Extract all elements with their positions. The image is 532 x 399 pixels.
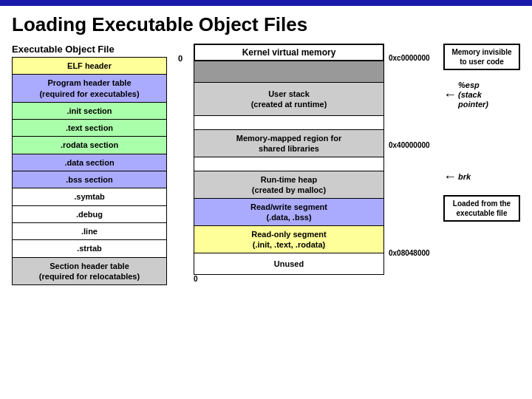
eof-row: Program header table (required for execu… bbox=[12, 74, 167, 103]
eof-row: Section header table (required for reloc… bbox=[12, 257, 167, 286]
eof-row: .text section bbox=[12, 119, 167, 137]
invis-box: Memory invisible to user code bbox=[443, 44, 520, 70]
mem-row bbox=[194, 157, 384, 171]
eof-row: .strtab bbox=[12, 239, 167, 257]
mem-rows: User stack (created at runtime)Memory-ma… bbox=[194, 61, 384, 274]
diagram-outer: Executable Object File ELF headerProgram… bbox=[12, 44, 520, 339]
zero-label: 0 bbox=[178, 54, 183, 63]
eof-row: .data section bbox=[12, 154, 167, 171]
mem-row: Unused bbox=[194, 253, 384, 275]
brk-label: brk bbox=[458, 172, 471, 181]
right-labels-col: Memory invisible to user code ← %esp (st… bbox=[440, 44, 520, 222]
loaded-label: Loaded from the executable file bbox=[453, 200, 511, 217]
addr-bottom: 0 bbox=[194, 275, 384, 283]
mem-row: User stack (created at runtime) bbox=[194, 82, 384, 116]
eof-title: Executable Object File bbox=[12, 44, 167, 55]
eof-section: Executable Object File ELF headerProgram… bbox=[12, 44, 167, 284]
esp-row: ← %esp (stack pointer) bbox=[443, 81, 520, 110]
spacer3 bbox=[443, 185, 520, 195]
left-arrow-icon: ← bbox=[443, 87, 457, 103]
eof-row: ELF header bbox=[12, 57, 167, 75]
brk-row: ← brk bbox=[443, 169, 520, 185]
addr-label: 0x40000000 bbox=[389, 141, 430, 149]
spacer2 bbox=[443, 110, 520, 169]
eof-row: .line bbox=[12, 222, 167, 240]
spacer1 bbox=[443, 73, 520, 81]
main-content: Loading Executable Object Files Executab… bbox=[0, 6, 532, 345]
addr-col: 0xc00000000x400000000x08048000 bbox=[384, 44, 440, 339]
zero-col: 0 bbox=[167, 44, 194, 63]
mem-row: Read/write segment (.data, .bss) bbox=[194, 198, 384, 226]
eof-row: .symtab bbox=[12, 188, 167, 205]
mem-row: Run-time heap (created by malloc) bbox=[194, 171, 384, 199]
page-title: Loading Executable Object Files bbox=[12, 13, 520, 36]
invis-label: Memory invisible to user code bbox=[451, 48, 511, 66]
mem-row bbox=[194, 61, 384, 83]
loaded-box: Loaded from the executable file bbox=[443, 195, 520, 222]
brk-arrow-icon: ← bbox=[443, 169, 457, 185]
addr-label: 0x08048000 bbox=[389, 249, 430, 257]
eof-row: .bss section bbox=[12, 171, 167, 188]
mem-row: Memory-mapped region for shared librarie… bbox=[194, 129, 384, 157]
center-section: 0 Kernel virtual memory User stack (crea… bbox=[167, 44, 440, 339]
esp-label: %esp (stack pointer) bbox=[458, 81, 488, 110]
addr-label: 0xc0000000 bbox=[389, 54, 430, 62]
mem-row bbox=[194, 115, 384, 130]
mem-section: Kernel virtual memory User stack (create… bbox=[194, 44, 384, 283]
addr-labels: 0xc00000000x400000000x08048000 bbox=[387, 44, 440, 339]
eof-row: .rodata section bbox=[12, 136, 167, 154]
mem-title: Kernel virtual memory bbox=[194, 44, 384, 61]
top-bar bbox=[0, 0, 532, 6]
eof-rows: ELF headerProgram header table (required… bbox=[12, 57, 167, 284]
eof-row: .debug bbox=[12, 205, 167, 223]
eof-row: .init section bbox=[12, 102, 167, 120]
mem-row: Read-only segment (.init, .text, .rodata… bbox=[194, 225, 384, 253]
